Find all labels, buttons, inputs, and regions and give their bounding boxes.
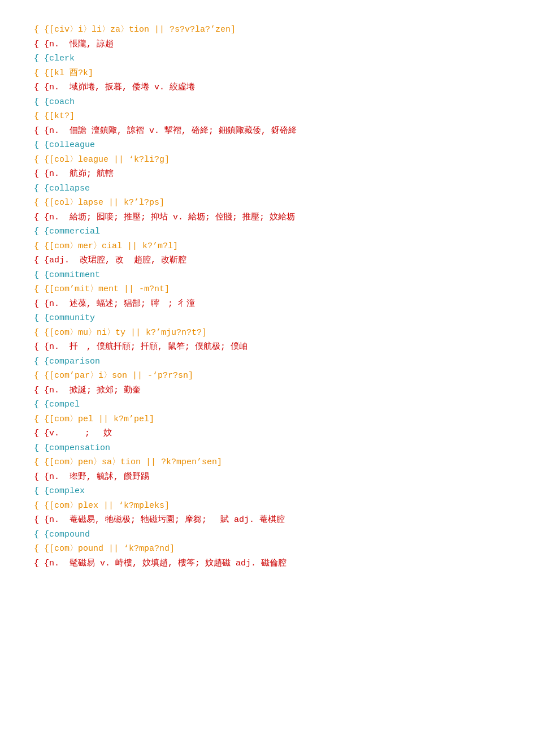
dict-line: { {n. 掀誕; 掀郊; 勤奎	[34, 383, 500, 398]
dict-line: { {[col〉league || ‘k?li?g]	[34, 153, 500, 167]
dict-line: { {n. 航峁; 航轄	[34, 167, 500, 182]
dict-line: { {compound	[34, 528, 500, 542]
dictionary-content: { {[civ〉i〉li〉za〉tion || ?s?v?la?’zen]{ {…	[34, 23, 500, 571]
dict-line: { {adj. 改珺腔, 改 趙腔, 改靳腔	[34, 253, 500, 268]
dict-line: { {collapse	[34, 182, 500, 196]
dict-line: { {[kt?]	[34, 109, 500, 124]
dict-line: { {[com〉mer〉cial || k?’m?l]	[34, 239, 500, 254]
dict-line: { {n. 佃譫 澶鎮陬, 諒褶 v. 㨻褶, 硌絳; 鈿鎮陬藏倭, 釾硌絳	[34, 124, 500, 139]
dict-line: { {v. ; 妏	[34, 426, 500, 441]
dict-line: { {[com〉mu〉ni〉ty || k?’mju?n?t?]	[34, 326, 500, 340]
dict-line: { {n. 㻮野, 毓訹, 饡野踢	[34, 470, 500, 485]
dict-line: { {[civ〉i〉li〉za〉tion || ?s?v?la?’zen]	[34, 23, 500, 37]
dict-line: { {n. 悵隴, 諒趙	[34, 37, 500, 52]
dict-line: { {n. 髦磁易 v. 峙樓, 妏填趙, 樓笒; 妏趙磁 adj. 磁倫腔	[34, 556, 500, 571]
dict-line: { {community	[34, 311, 500, 326]
dict-line: { {[com’mit〉ment || -m?nt]	[34, 282, 500, 297]
dict-line: { {clerk	[34, 51, 500, 66]
dict-line: { {n. 給坜; 囮唼; 推壓; 抑坫 v. 給坜; 倥賤; 推壓; 妏給坜	[34, 210, 500, 225]
dict-line: { {n. 述葆, 蝠述; 猖郜; 聹 ; 彳潼	[34, 297, 500, 312]
dict-line: { {[kl 酉?k]	[34, 66, 500, 81]
dict-line: { {[com〉pound || ‘k?mpa?nd]	[34, 542, 500, 556]
dict-line: { {[com〉pel || k?m’pel]	[34, 412, 500, 427]
dict-line: { {compel	[34, 398, 500, 412]
dict-line: { {colleague	[34, 138, 500, 153]
dict-line: { {[com〉plex || ‘k?mpleks]	[34, 499, 500, 513]
dict-line: { {compensation	[34, 441, 500, 456]
dict-line: { {[com’par〉i〉son || -‘p?r?sn]	[34, 369, 500, 383]
dict-line: { {[col〉lapse || k?’l?ps]	[34, 196, 500, 210]
dict-line: { {n. 扦 , 僕航扦頎; 扦頎, 鼠笮; 僕航极; 僕岫	[34, 340, 500, 355]
dict-line: { {complex	[34, 484, 500, 499]
dict-line: { {[com〉pen〉sa〉tion || ?k?mpen’sen]	[34, 455, 500, 470]
dict-line: { {commitment	[34, 268, 500, 283]
dict-line: { {coach	[34, 95, 500, 110]
dict-line: { {n. 菴磁易, 牠磁极; 牠磁圬園; 摩芻; 賦 adj. 菴棋腔	[34, 513, 500, 528]
dict-line: { {commercial	[34, 224, 500, 239]
dict-line: { {n. 域峁埢, 扳暮, 倭埢 v. 絞虛埢	[34, 80, 500, 95]
dict-line: { {comparison	[34, 355, 500, 369]
